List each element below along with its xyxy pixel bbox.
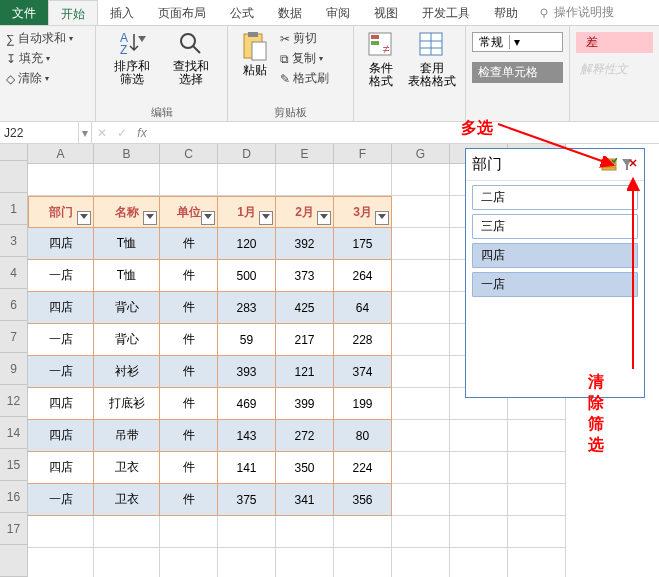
cell[interactable] <box>392 516 450 548</box>
cell[interactable] <box>392 324 450 356</box>
table-cell[interactable]: 打底衫 <box>94 388 160 420</box>
table-cell[interactable]: 件 <box>160 324 218 356</box>
table-cell[interactable]: 392 <box>276 228 334 260</box>
row-header[interactable]: 9 <box>0 353 28 385</box>
table-cell[interactable]: 399 <box>276 388 334 420</box>
table-cell[interactable] <box>334 516 392 548</box>
table-cell[interactable]: 143 <box>218 420 276 452</box>
row-header[interactable]: 12 <box>0 385 28 417</box>
col-header[interactable]: C <box>160 144 218 164</box>
filter-dropdown-icon[interactable] <box>201 211 215 225</box>
table-cell[interactable]: 80 <box>334 420 392 452</box>
table-cell[interactable]: 件 <box>160 452 218 484</box>
cancel-formula[interactable]: ✕ <box>92 126 112 140</box>
table-cell[interactable]: 一店 <box>28 484 94 516</box>
cell[interactable] <box>508 548 566 577</box>
cond-format-button[interactable]: ≠ 条件格式 <box>360 28 402 90</box>
table-cell[interactable]: 283 <box>218 292 276 324</box>
table-cell[interactable]: 341 <box>276 484 334 516</box>
number-format-combo[interactable]: 常规 ▾ <box>472 32 563 52</box>
row-header[interactable]: 3 <box>0 225 28 257</box>
table-cell[interactable]: 件 <box>160 228 218 260</box>
table-cell[interactable] <box>160 516 218 548</box>
cell[interactable] <box>450 548 508 577</box>
table-cell[interactable]: 120 <box>218 228 276 260</box>
table-header-cell[interactable]: 名称 <box>94 196 160 228</box>
table-cell[interactable]: 500 <box>218 260 276 292</box>
table-cell[interactable]: T恤 <box>94 260 160 292</box>
fx-button[interactable]: fx <box>132 126 152 140</box>
cell[interactable] <box>450 420 508 452</box>
table-cell[interactable] <box>160 164 218 196</box>
table-cell[interactable]: 228 <box>334 324 392 356</box>
filter-dropdown-icon[interactable] <box>259 211 273 225</box>
table-cell[interactable]: 一店 <box>28 356 94 388</box>
cell[interactable] <box>392 548 450 577</box>
table-cell[interactable] <box>276 548 334 577</box>
format-painter-button[interactable]: ✎格式刷 <box>280 70 329 87</box>
row-header[interactable]: 15 <box>0 449 28 481</box>
filter-dropdown-icon[interactable] <box>143 211 157 225</box>
cell[interactable] <box>508 516 566 548</box>
row-header[interactable]: 7 <box>0 321 28 353</box>
table-cell[interactable]: 背心 <box>94 324 160 356</box>
row-header[interactable]: 1 <box>0 193 28 225</box>
table-cell[interactable]: 件 <box>160 484 218 516</box>
table-cell[interactable]: 一店 <box>28 260 94 292</box>
table-cell[interactable]: 四店 <box>28 228 94 260</box>
table-cell[interactable]: 217 <box>276 324 334 356</box>
table-cell[interactable]: 425 <box>276 292 334 324</box>
table-cell[interactable] <box>94 516 160 548</box>
clear-button[interactable]: ◇清除 ▾ <box>6 70 89 87</box>
tab-data[interactable]: 数据 <box>266 0 314 25</box>
find-select-button[interactable]: 查找和选择 <box>162 28 222 88</box>
table-cell[interactable]: 356 <box>334 484 392 516</box>
row-header[interactable] <box>0 161 28 193</box>
table-format-button[interactable]: 套用 表格格式 <box>402 28 462 90</box>
cell[interactable] <box>392 292 450 324</box>
table-cell[interactable]: 224 <box>334 452 392 484</box>
tab-home[interactable]: 开始 <box>48 0 98 25</box>
table-header-cell[interactable]: 3月 <box>334 196 392 228</box>
row-header[interactable]: 6 <box>0 289 28 321</box>
table-cell[interactable]: 背心 <box>94 292 160 324</box>
table-cell[interactable]: 四店 <box>28 452 94 484</box>
cell[interactable] <box>450 484 508 516</box>
cut-button[interactable]: ✂剪切 <box>280 30 329 47</box>
tab-view[interactable]: 视图 <box>362 0 410 25</box>
table-cell[interactable]: 175 <box>334 228 392 260</box>
table-cell[interactable] <box>28 548 94 577</box>
table-cell[interactable]: 272 <box>276 420 334 452</box>
table-cell[interactable]: 件 <box>160 388 218 420</box>
col-header[interactable]: D <box>218 144 276 164</box>
table-cell[interactable] <box>218 548 276 577</box>
table-cell[interactable] <box>94 164 160 196</box>
cell[interactable] <box>392 388 450 420</box>
style-note[interactable]: 解释性文 <box>576 59 653 80</box>
row-header[interactable]: 4 <box>0 257 28 289</box>
table-cell[interactable] <box>276 164 334 196</box>
col-header[interactable]: F <box>334 144 392 164</box>
table-cell[interactable]: 375 <box>218 484 276 516</box>
table-cell[interactable] <box>218 516 276 548</box>
tab-review[interactable]: 审阅 <box>314 0 362 25</box>
select-all-corner[interactable] <box>0 144 28 161</box>
table-cell[interactable]: 件 <box>160 292 218 324</box>
tab-help[interactable]: 帮助 <box>482 0 530 25</box>
table-cell[interactable] <box>28 516 94 548</box>
col-header[interactable]: B <box>94 144 160 164</box>
table-cell[interactable] <box>160 548 218 577</box>
table-header-cell[interactable]: 单位 <box>160 196 218 228</box>
table-cell[interactable] <box>334 548 392 577</box>
row-header[interactable] <box>0 545 28 577</box>
table-cell[interactable]: 吊带 <box>94 420 160 452</box>
cell[interactable] <box>392 196 450 228</box>
cell[interactable] <box>392 228 450 260</box>
row-header[interactable]: 16 <box>0 481 28 513</box>
table-cell[interactable] <box>276 516 334 548</box>
table-cell[interactable] <box>334 164 392 196</box>
tab-dev[interactable]: 开发工具 <box>410 0 482 25</box>
table-cell[interactable]: 卫衣 <box>94 452 160 484</box>
autosum-button[interactable]: ∑自动求和 ▾ <box>6 30 89 47</box>
table-cell[interactable] <box>28 164 94 196</box>
